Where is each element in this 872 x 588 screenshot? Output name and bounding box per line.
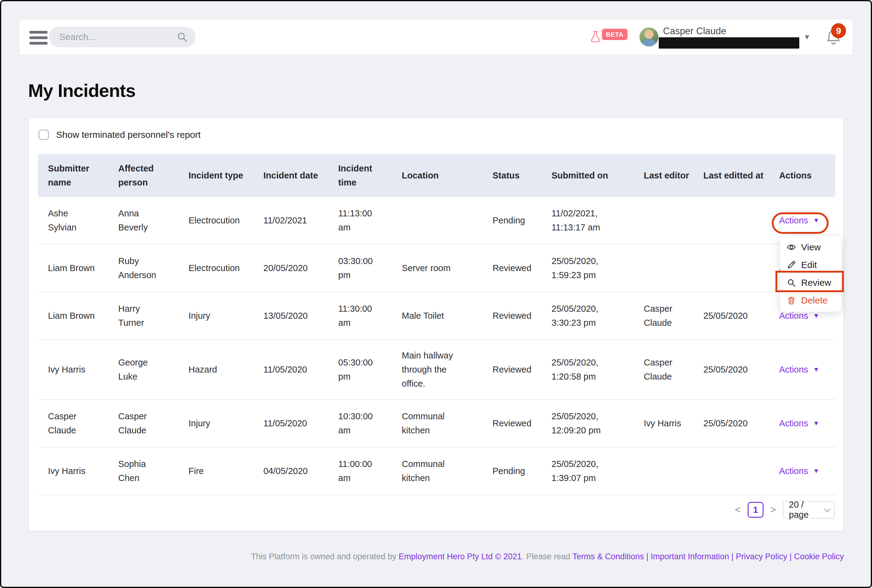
table-cell: Casper Claude — [634, 356, 693, 384]
footer-link[interactable]: Terms & Conditions — [572, 552, 644, 561]
menu-item-review[interactable]: Review — [780, 274, 841, 291]
search-icon — [177, 32, 187, 42]
table-cell: Fire — [178, 464, 253, 478]
actions-cell: Actions▼ — [769, 464, 835, 478]
search-input[interactable] — [59, 27, 175, 47]
footer-link[interactable]: Privacy Policy — [736, 552, 787, 561]
row-actions-button[interactable]: Actions▼ — [779, 464, 820, 478]
table-cell: 25/05/2020 — [693, 309, 769, 323]
incidents-card: Show terminated personnel's report Submi… — [28, 117, 844, 531]
table-cell: Harry Turner — [108, 302, 178, 330]
table-header-row: Submitter nameAffected personIncident ty… — [38, 154, 835, 197]
column-header: Submitted on — [541, 168, 634, 183]
table-cell: Liam Brown — [38, 309, 108, 323]
table-cell: 25/05/2020, 3:30:23 pm — [541, 302, 634, 330]
row-actions-button[interactable]: Actions▼ — [779, 416, 820, 430]
pagination-next-button[interactable]: > — [769, 504, 778, 516]
table-cell: 13/05/2020 — [253, 309, 328, 323]
user-name: Casper Claude — [663, 26, 726, 37]
caret-down-icon: ▼ — [813, 464, 820, 478]
table-cell: 11:30:00 am — [328, 302, 392, 330]
menu-item-view[interactable]: View — [780, 238, 841, 256]
table-cell: Main hallway through the office. — [392, 348, 482, 391]
pagination-prev-button[interactable]: < — [733, 504, 742, 516]
table-cell: Male Toilet — [392, 309, 482, 323]
search-bar[interactable] — [49, 27, 196, 47]
menu-item-delete[interactable]: Delete — [780, 291, 841, 309]
table-cell: Reviewed — [482, 261, 541, 275]
column-header: Incident type — [178, 168, 253, 183]
table-cell: 11:13:00 am — [328, 206, 392, 234]
table-row: Ashe SylvianAnna BeverlyElectrocution11/… — [38, 197, 835, 244]
table-cell: Reviewed — [482, 416, 541, 430]
pencil-icon — [787, 260, 796, 270]
beta-flask-icon — [590, 30, 601, 44]
table-cell: Ivy Harris — [38, 363, 108, 376]
footer-separator: | — [644, 552, 651, 561]
table-cell: 03:30:00 pm — [328, 254, 392, 282]
show-terminated-checkbox[interactable] — [39, 130, 49, 140]
page-title: My Incidents — [28, 80, 135, 101]
page-size-value: 20 / page — [789, 500, 824, 520]
table-row: Liam BrownHarry TurnerInjury13/05/202011… — [38, 292, 835, 340]
footer: This Platform is owned and operated by E… — [28, 552, 844, 561]
column-header: Incident time — [328, 161, 392, 189]
table-row: Casper ClaudeCasper ClaudeInjury11/05/20… — [38, 400, 835, 447]
beta-badge: BETA — [602, 29, 628, 40]
caret-down-icon: ▼ — [813, 363, 820, 376]
table-cell: Liam Brown — [38, 261, 108, 275]
table-cell: 20/05/2020 — [253, 261, 328, 275]
column-header: Actions — [769, 168, 835, 183]
eye-icon — [787, 243, 796, 252]
row-actions-button[interactable]: Actions▼ — [779, 363, 820, 376]
table-cell: Ivy Harris — [634, 416, 693, 430]
caret-down-icon: ▼ — [813, 213, 820, 227]
user-menu-caret-icon[interactable]: ▼ — [803, 33, 811, 41]
table-cell: Reviewed — [482, 309, 541, 323]
menu-item-edit[interactable]: Edit — [780, 256, 841, 274]
table-cell: 05:30:00 pm — [328, 356, 392, 384]
table-cell: 25/05/2020, 1:20:58 pm — [541, 356, 634, 384]
table-cell: Pending — [482, 213, 541, 227]
table-cell: 04/05/2020 — [253, 464, 328, 478]
pagination: < 1 > 20 / page — [733, 501, 835, 519]
table-cell: 11/02/2021 — [253, 213, 328, 227]
table-cell: 11/05/2020 — [253, 363, 328, 376]
actions-cell: Actions▼ — [769, 416, 835, 430]
caret-down-icon: ▼ — [813, 416, 820, 430]
footer-link[interactable]: Employment Hero Pty Ltd © 2021 — [399, 552, 522, 561]
redaction-bar — [659, 37, 799, 49]
table-cell: Casper Claude — [634, 302, 693, 330]
row-actions-button[interactable]: Actions▼ — [779, 213, 820, 227]
table-cell: Reviewed — [482, 363, 541, 376]
table-cell: Sophia Chen — [108, 457, 178, 485]
column-header: Last editted at — [693, 168, 769, 183]
hamburger-menu-icon[interactable] — [29, 31, 48, 43]
footer-link[interactable]: Cookie Policy — [794, 552, 844, 561]
table-cell: Server room — [392, 261, 482, 275]
table-cell: Casper Claude — [38, 409, 108, 437]
table-cell: 25/05/2020, 12:09:20 pm — [541, 409, 634, 437]
table-cell: Ivy Harris — [38, 464, 108, 478]
magnifier-icon — [787, 278, 796, 287]
table-cell: Injury — [178, 416, 253, 430]
table-cell: Ashe Sylvian — [38, 206, 108, 234]
page-size-select[interactable]: 20 / page — [783, 501, 835, 519]
trash-icon — [787, 296, 796, 305]
column-header: Last editor — [634, 168, 693, 183]
user-avatar[interactable] — [640, 27, 658, 46]
table-cell: Injury — [178, 309, 253, 323]
incidents-table: Submitter nameAffected personIncident ty… — [38, 154, 835, 495]
table-cell: Hazard — [178, 363, 253, 376]
chevron-down-icon — [824, 506, 830, 512]
show-terminated-label: Show terminated personnel's report — [56, 130, 201, 140]
table-cell: 10:30:00 am — [328, 409, 392, 437]
footer-link[interactable]: Important Information — [651, 552, 729, 561]
pagination-page-1[interactable]: 1 — [748, 502, 764, 518]
table-cell: 25/05/2020, 1:39:07 pm — [541, 457, 634, 485]
table-cell: 11/02/2021, 11:13:17 am — [541, 206, 634, 234]
table-cell: 25/05/2020, 1:59:23 pm — [541, 254, 634, 282]
table-row: Ivy HarrisSophia ChenFire04/05/202011:00… — [38, 447, 835, 495]
table-row: Ivy HarrisGeorge LukeHazard11/05/202005:… — [38, 340, 835, 400]
table-cell: Ruby Anderson — [108, 254, 178, 282]
